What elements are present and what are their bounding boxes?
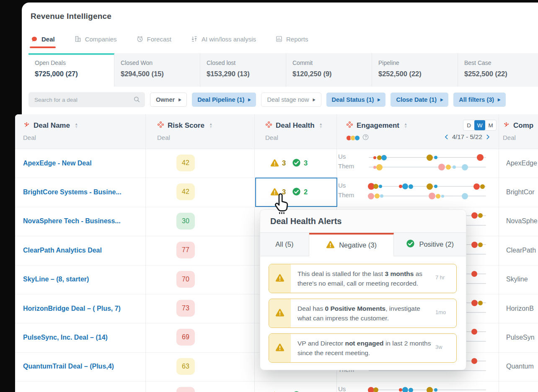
nav-tab-companies[interactable]: Companies xyxy=(74,35,117,43)
card-label: Open Deals xyxy=(35,59,114,66)
engagement-dot xyxy=(427,155,433,161)
filter-all-filters-3-[interactable]: All filters (3)▶ xyxy=(453,93,506,107)
deal-name-link[interactable]: ClearPath Analytics Deal xyxy=(23,247,102,254)
sort-arrows[interactable]: ▲▼ xyxy=(319,123,323,129)
sort-arrows[interactable]: ▲▼ xyxy=(75,123,78,129)
company-name: ClearPath xyxy=(506,247,536,254)
legend-dot xyxy=(354,135,360,141)
warning-icon xyxy=(275,308,285,319)
alert-time: 3w xyxy=(435,334,456,362)
filter-owner[interactable]: Owner▶ xyxy=(150,93,187,107)
filter-deal-stage-now[interactable]: Deal stage now▶ xyxy=(261,93,321,107)
ai-icon xyxy=(191,35,198,43)
risk-score-badge: 42 xyxy=(176,155,195,171)
help-icon[interactable] xyxy=(362,134,369,142)
summary-card-open-deals[interactable]: Open Deals$725,000 (27) xyxy=(28,53,114,87)
tab-label: Positive (2) xyxy=(419,240,454,248)
deal-name-link[interactable]: ApexEdge - New Deal xyxy=(23,160,92,167)
engagement-dot xyxy=(373,387,378,392)
sort-arrows[interactable]: ▲▼ xyxy=(209,123,212,129)
column-header-deal-name[interactable]: Deal Name ▲▼ Deal xyxy=(23,121,78,141)
card-label: Closed lost xyxy=(207,59,286,66)
deal-name-link[interactable]: SkyLine – (8, starter) xyxy=(23,276,89,283)
engagement-dot xyxy=(429,193,435,199)
summary-card-best-case[interactable]: Best Case$252,500 (22) xyxy=(458,53,538,87)
alert-strip xyxy=(269,334,291,362)
engagement-dot xyxy=(471,212,478,219)
engagement-dot xyxy=(473,183,480,190)
deal-name-link[interactable]: BrightCore Systems - Busine... xyxy=(23,188,122,196)
alert-card[interactable]: This deal is stalled for the last 3 mont… xyxy=(269,264,457,293)
summary-card-closed-lost[interactable]: Closed lost$153,290 (13) xyxy=(200,53,286,87)
chevron-right-icon[interactable] xyxy=(484,134,491,140)
alert-card[interactable]: Deal has 0 Positive Moments, investigate… xyxy=(269,299,457,328)
negative-alerts-icon[interactable] xyxy=(270,159,279,169)
alert-text: Deal has 0 Positive Moments, investigate… xyxy=(291,299,435,328)
card-label: Best Case xyxy=(464,59,538,66)
column-header-engagement[interactable]: Engagement ▲▼ xyxy=(346,121,407,142)
alert-text: This deal is stalled for the last 3 mont… xyxy=(291,264,435,293)
engagement-dot xyxy=(399,185,402,188)
summary-card-pipeline[interactable]: Pipeline$252,500 (22) xyxy=(372,53,458,87)
tab-negative[interactable]: Negative (3) xyxy=(309,233,394,256)
period-option-d[interactable]: D xyxy=(463,120,474,130)
engagement-dot xyxy=(409,184,413,189)
nav-tab-forecast[interactable]: Forecast xyxy=(136,35,171,43)
tab-label: All (5) xyxy=(275,240,293,248)
risk-score-badge: 63 xyxy=(176,358,195,375)
engagement-dot xyxy=(478,213,483,218)
tab-all[interactable]: All (5) xyxy=(260,233,309,256)
table-row: BrightCore Systems - Busine...4232UsThem… xyxy=(15,178,538,207)
search-input[interactable] xyxy=(28,92,145,107)
deal-name-link[interactable]: HorizonBridge Deal – ( Plus, 7) xyxy=(23,305,121,312)
filter-bar: Owner▶Deal Pipeline (1)▶Deal stage now▶D… xyxy=(28,92,506,107)
warning-icon xyxy=(275,343,285,353)
engagement-dot xyxy=(373,166,376,169)
engagement-dot xyxy=(402,387,408,392)
filter-deal-pipeline-1-[interactable]: Deal Pipeline (1)▶ xyxy=(192,93,256,107)
column-header-deal-health[interactable]: Deal Health ▲▼ Deal xyxy=(265,121,323,141)
card-label: Pipeline xyxy=(378,59,458,66)
column-subtitle: Deal xyxy=(23,134,78,141)
filter-close-date-1-[interactable]: Close Date (1)▶ xyxy=(391,93,448,107)
nav-tab-label: AI win/loss analysis xyxy=(202,36,256,43)
check-icon xyxy=(406,239,415,250)
column-label: Engagement xyxy=(357,121,399,130)
company-name: NovaSphe xyxy=(506,217,538,225)
period-option-w[interactable]: W xyxy=(474,120,485,130)
us-label: Us xyxy=(338,385,346,392)
positive-alerts-icon[interactable] xyxy=(292,158,301,169)
chevron-right-icon: ▶ xyxy=(313,98,315,102)
column-subtitle: Deal xyxy=(265,134,323,141)
chevron-left-icon[interactable] xyxy=(443,134,450,140)
tab-positive[interactable]: Positive (2) xyxy=(394,233,466,256)
column-header-company[interactable]: Comp Deal xyxy=(503,121,533,141)
deal-name-link[interactable]: PulseSync, Inc. Deal – (14) xyxy=(23,334,108,341)
filter-deal-status-1-[interactable]: Deal Status (1)▶ xyxy=(326,93,386,107)
nav-tab-reports[interactable]: Reports xyxy=(275,35,308,43)
summary-card-closed-won[interactable]: Closed Won$294,500 (15) xyxy=(114,53,200,87)
column-header-risk-score[interactable]: Risk Score ▲▼ Deal xyxy=(157,121,212,141)
header-panel: Revenue Intelligence DealCompaniesForeca… xyxy=(22,3,538,114)
deal-name-link[interactable]: QuantumTrail Deal – (Plus,4) xyxy=(23,363,114,370)
sort-arrows[interactable]: ▲▼ xyxy=(404,123,407,129)
card-label: Commit xyxy=(292,59,372,66)
engagement-legend xyxy=(346,134,407,142)
them-engagement-timeline xyxy=(369,370,486,371)
deal-health-alerts-popup: Deal Health Alerts All (5) Negative (3) … xyxy=(260,209,466,370)
nav-tab-deal[interactable]: Deal xyxy=(31,35,55,43)
screen: Revenue Intelligence DealCompaniesForeca… xyxy=(0,0,538,392)
engagement-dot xyxy=(434,388,437,392)
engagement-dot xyxy=(381,155,387,160)
alert-strip xyxy=(269,299,291,328)
engagement-dot xyxy=(373,184,378,189)
chevron-right-icon: ▶ xyxy=(440,98,443,102)
period-option-m[interactable]: M xyxy=(485,120,496,130)
column-subtitle: Deal xyxy=(157,134,212,141)
nav-tab-ai-win-loss-analysis[interactable]: AI win/loss analysis xyxy=(191,35,256,43)
summary-card-commit[interactable]: Commit$120,250 (9) xyxy=(286,53,372,87)
alert-card[interactable]: VP and Director not engaged in last 2 mo… xyxy=(269,333,457,363)
engagement-dot xyxy=(477,154,484,161)
column-subtitle: Deal xyxy=(503,134,533,141)
deal-name-link[interactable]: NovaSphere Tech - Business... xyxy=(23,217,121,225)
